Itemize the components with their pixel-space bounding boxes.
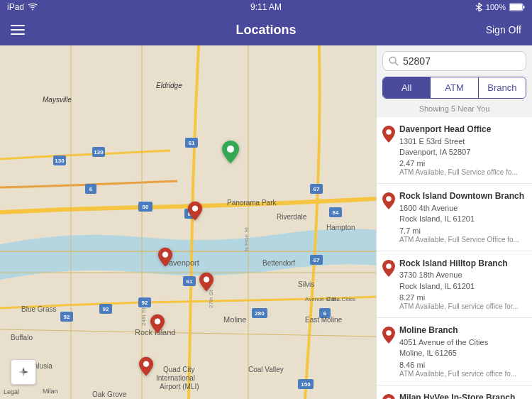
svg-point-67: [227, 146, 234, 153]
svg-text:Eldridge: Eldridge: [156, 82, 182, 89]
location-info: Rock Island Hilltop Branch 3730 18th Ave…: [399, 258, 526, 310]
wifi-icon: [28, 4, 38, 11]
status-right: 100%: [475, 2, 525, 12]
svg-text:Silvis: Silvis: [298, 280, 314, 288]
svg-text:East Moline: East Moline: [305, 316, 343, 324]
svg-text:24th St: 24th St: [140, 307, 147, 326]
branch-pin-1[interactable]: [188, 201, 202, 224]
filter-branch-button[interactable]: Branch: [479, 77, 526, 98]
branch-pin-5[interactable]: [139, 356, 153, 379]
svg-text:Riverdale: Riverdale: [277, 213, 307, 221]
location-name: Moline Branch: [399, 325, 526, 337]
svg-text:130: 130: [55, 158, 65, 164]
location-pin-icon: [382, 394, 395, 400]
svg-text:80: 80: [143, 204, 149, 210]
location-services: ATM Available, Full service office fo...: [399, 370, 526, 378]
svg-text:Panorama Park: Panorama Park: [227, 199, 277, 207]
header: Locations Sign Off: [0, 14, 532, 45]
filter-atm-button[interactable]: ATM: [431, 77, 478, 98]
svg-text:Quad City: Quad City: [163, 366, 194, 373]
location-name: Rock Island Downtown Branch: [399, 191, 526, 202]
svg-text:Bettendorf: Bettendorf: [262, 259, 295, 267]
battery-icon: [509, 3, 525, 11]
location-pin-icon: [382, 327, 395, 377]
location-services: ATM Available, Full service office for..…: [399, 302, 526, 310]
location-pin-icon: [382, 126, 395, 176]
svg-point-78: [389, 57, 396, 63]
hamburger-line-1: [11, 25, 25, 26]
legal-text: Legal: [4, 388, 19, 395]
svg-text:Maysville: Maysville: [43, 96, 72, 104]
svg-point-70: [204, 276, 209, 282]
search-input[interactable]: [403, 55, 520, 67]
filter-all-button[interactable]: All: [383, 77, 431, 98]
location-name: Milan HyVee In-Store Branch: [399, 393, 526, 400]
list-item[interactable]: Rock Island Downtown Branch 1600 4th Ave…: [377, 184, 532, 251]
list-item[interactable]: Moline Branch 4051 Avenue of the CitiesM…: [377, 318, 532, 385]
branch-pin-3[interactable]: [199, 272, 214, 295]
svg-text:130: 130: [94, 149, 104, 155]
filter-buttons: All ATM Branch: [382, 77, 526, 99]
location-list[interactable]: Davenport Head Office 1301 E 53rd Street…: [377, 117, 532, 399]
hamburger-line-3: [11, 33, 25, 35]
location-address: 3730 18th AvenueRock Island, IL 61201: [399, 270, 526, 292]
svg-text:International: International: [156, 374, 195, 382]
status-left: iPad: [7, 2, 38, 12]
branch-pin-4[interactable]: [150, 314, 165, 337]
svg-text:Avenue of the Cities: Avenue of the Cities: [305, 296, 355, 302]
svg-text:Oak Grove: Oak Grove: [92, 390, 127, 398]
svg-text:Airport (MLI): Airport (MLI): [160, 383, 199, 390]
location-pin-icon: [382, 192, 395, 243]
map-area[interactable]: 130 130 80 61 61 61 67 67 6 84: [0, 45, 376, 399]
svg-text:Milan: Milan: [43, 388, 58, 395]
svg-rect-2: [523, 6, 525, 9]
svg-text:150: 150: [301, 381, 311, 388]
search-box: [382, 51, 526, 71]
location-pin-icon: [382, 260, 395, 310]
list-item[interactable]: Davenport Head Office 1301 E 53rd Street…: [377, 117, 532, 184]
hamburger-line-2: [11, 29, 25, 31]
svg-point-69: [162, 251, 167, 257]
location-name: Davenport Head Office: [399, 124, 526, 136]
branch-pin-2[interactable]: [158, 247, 172, 270]
menu-button[interactable]: [11, 25, 25, 35]
location-address: 1600 4th AvenueRock Island, IL 61201: [399, 203, 526, 225]
location-address: 1301 E 53rd StreetDavenport, IA 52807: [399, 136, 526, 158]
svg-text:84: 84: [333, 209, 339, 216]
svg-text:N Pine St: N Pine St: [243, 226, 250, 251]
main-content: 130 130 80 61 61 61 67 67 6 84: [0, 45, 532, 399]
svg-point-81: [386, 197, 392, 202]
svg-point-82: [386, 263, 392, 269]
svg-point-83: [386, 330, 392, 336]
svg-text:67: 67: [314, 257, 320, 263]
green-pin: [222, 141, 239, 166]
svg-text:92: 92: [64, 314, 70, 320]
carrier-text: iPad: [7, 2, 24, 12]
svg-text:Blue Grass: Blue Grass: [21, 305, 56, 313]
svg-text:Hampton: Hampton: [326, 224, 355, 231]
location-address: 4051 Avenue of the CitiesMoline, IL 6126…: [399, 337, 526, 359]
list-item[interactable]: Milan HyVee In-Store Branch 201 10th Ave…: [377, 386, 532, 400]
svg-text:61: 61: [187, 278, 193, 285]
location-distance: 2.47 mi: [399, 159, 526, 168]
status-time: 9:11 AM: [250, 2, 282, 12]
svg-point-77: [23, 371, 25, 373]
location-button[interactable]: [11, 359, 36, 385]
location-info: Rock Island Downtown Branch 1600 4th Ave…: [399, 191, 526, 243]
svg-text:6: 6: [89, 186, 93, 192]
location-services: ATM Available, Full Service office fo...: [399, 168, 526, 176]
location-info: Davenport Head Office 1301 E 53rd Street…: [399, 124, 526, 176]
svg-text:Buffalo: Buffalo: [11, 334, 33, 341]
svg-point-71: [155, 319, 160, 324]
svg-text:92: 92: [142, 300, 148, 306]
svg-text:92: 92: [103, 306, 109, 312]
svg-point-72: [143, 361, 149, 367]
svg-text:61: 61: [189, 140, 195, 146]
svg-rect-1: [510, 4, 522, 10]
list-item[interactable]: Rock Island Hilltop Branch 3730 18th Ave…: [377, 251, 532, 318]
sign-out-button[interactable]: Sign Off: [486, 24, 521, 35]
search-icon: [389, 56, 399, 66]
location-services: ATM Available, Full Service Office fo...: [399, 236, 526, 244]
bluetooth-icon: [475, 2, 482, 12]
svg-text:Moline: Moline: [223, 315, 246, 324]
